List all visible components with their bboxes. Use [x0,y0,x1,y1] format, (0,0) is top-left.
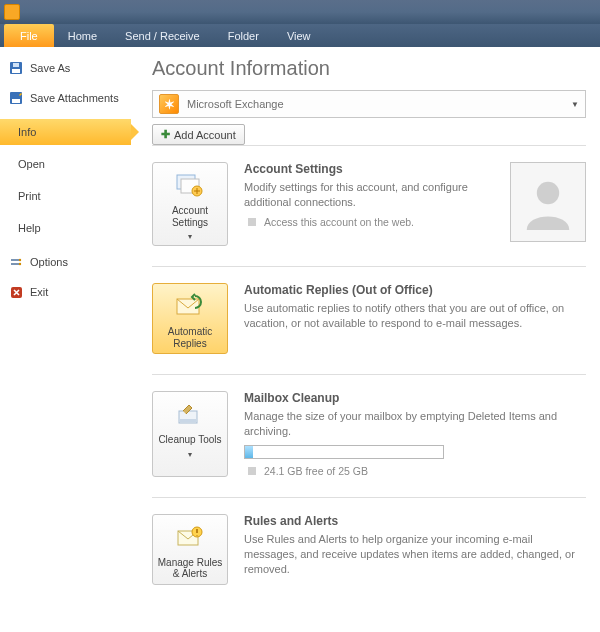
svg-rect-5 [11,259,19,261]
account-name: Microsoft Exchange [187,98,284,110]
save-icon [8,60,24,76]
sidebar-label: Save As [30,62,70,74]
chevron-down-icon: ▾ [188,232,192,241]
section-desc: Manage the size of your mailbox by empty… [244,409,586,439]
sidebar-label: Exit [30,286,48,298]
section-desc: Modify settings for this account, and co… [244,180,488,210]
tab-view[interactable]: View [273,24,325,47]
sidebar-info[interactable]: Info [0,119,131,145]
section-automatic-replies: Automatic Replies Automatic Replies (Out… [152,266,586,374]
section-title: Account Settings [244,162,488,176]
backstage-sidebar: Save As Save Attachments Info Open Print… [0,47,132,632]
sidebar-save-attachments[interactable]: Save Attachments [0,83,131,113]
tab-home[interactable]: Home [54,24,111,47]
section-rules-alerts: Manage Rules & Alerts Rules and Alerts U… [152,497,586,605]
button-label: Cleanup Tools [158,434,221,446]
exit-icon [8,284,24,300]
ribbon-tabs: File Home Send / Receive Folder View [0,24,600,47]
button-label: Manage Rules & Alerts [157,557,223,580]
section-title: Automatic Replies (Out of Office) [244,283,586,297]
web-access-link[interactable]: Access this account on the web. [244,216,488,228]
sidebar-label: Open [18,158,45,170]
section-title: Rules and Alerts [244,514,586,528]
quota-text: 24.1 GB free of 25 GB [244,465,586,477]
sidebar-label: Options [30,256,68,268]
svg-point-8 [18,262,20,264]
chevron-down-icon: ▾ [188,450,192,459]
app-logo-icon [4,4,20,20]
tab-send-receive[interactable]: Send / Receive [111,24,214,47]
sidebar-label: Help [18,222,41,234]
add-account-label: Add Account [174,129,236,141]
account-settings-icon [174,169,206,201]
svg-point-13 [537,182,559,204]
profile-avatar [510,162,586,242]
section-desc: Use Rules and Alerts to help organize yo… [244,532,586,577]
section-title: Mailbox Cleanup [244,391,586,405]
button-label: Account Settings [157,205,223,228]
exchange-icon: ✶ [159,94,179,114]
section-desc: Use automatic replies to notify others t… [244,301,586,331]
add-account-button[interactable]: ✚ Add Account [152,124,245,145]
plus-icon: ✚ [161,128,170,141]
account-settings-button[interactable]: Account Settings▾ [152,162,228,246]
mailbox-quota-bar [244,445,444,459]
sidebar-save-as[interactable]: Save As [0,53,131,83]
chevron-down-icon: ▼ [571,100,579,109]
svg-rect-4 [12,99,20,103]
attachment-icon [8,90,24,106]
section-mailbox-cleanup: Cleanup Tools▾ Mailbox Cleanup Manage th… [152,374,586,497]
sidebar-label: Print [18,190,41,202]
sidebar-label: Info [18,126,36,138]
sidebar-options[interactable]: Options [0,247,131,277]
rules-alerts-icon [174,521,206,553]
svg-point-7 [18,258,20,260]
page-title: Account Information [152,57,586,80]
automatic-replies-icon [174,290,206,322]
tab-file[interactable]: File [4,24,54,47]
sidebar-help[interactable]: Help [0,215,131,241]
titlebar [0,0,600,24]
tab-folder[interactable]: Folder [214,24,273,47]
svg-rect-16 [180,419,196,422]
button-label: Automatic Replies [157,326,223,349]
sidebar-open[interactable]: Open [0,151,131,177]
sidebar-label: Save Attachments [30,92,119,104]
svg-rect-6 [11,263,19,265]
content-panel: Account Information ✶ Microsoft Exchange… [132,47,600,632]
sidebar-print[interactable]: Print [0,183,131,209]
cleanup-icon [174,398,206,430]
section-account-settings: Account Settings▾ Account Settings Modif… [152,145,586,266]
account-selector[interactable]: ✶ Microsoft Exchange ▼ [152,90,586,118]
sidebar-exit[interactable]: Exit [0,277,131,307]
svg-rect-1 [12,69,20,73]
svg-rect-2 [13,63,19,67]
cleanup-tools-button[interactable]: Cleanup Tools▾ [152,391,228,477]
manage-rules-button[interactable]: Manage Rules & Alerts [152,514,228,585]
automatic-replies-button[interactable]: Automatic Replies [152,283,228,354]
options-icon [8,254,24,270]
